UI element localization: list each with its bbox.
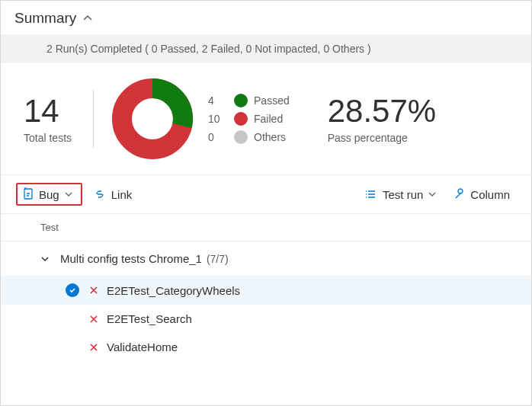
swatch-gray-icon [234, 130, 248, 144]
test-name: ValidateHome [107, 340, 178, 353]
bug-icon [22, 187, 34, 201]
link-icon [93, 189, 107, 200]
fail-icon [88, 285, 99, 296]
legend-failed-label: Failed [254, 113, 283, 125]
total-tests-block: 14 Total tests [24, 94, 93, 144]
pass-percentage-label: Pass percentage [328, 132, 436, 144]
test-row[interactable]: E2ETest_CategoryWheels [1, 276, 531, 305]
toolbar: Bug Link Test run Column [1, 174, 531, 214]
legend-others-label: Others [254, 131, 286, 143]
fail-icon [88, 342, 99, 353]
legend-failed-count: 10 [208, 113, 228, 125]
legend-passed-label: Passed [254, 94, 290, 107]
bug-label: Bug [39, 188, 59, 201]
chevron-down-icon [40, 254, 50, 264]
link-label: Link [111, 188, 133, 201]
chevron-down-icon [64, 190, 73, 199]
total-tests-label: Total tests [24, 132, 72, 144]
group-name: Multi config tests Chrome_1 [60, 252, 202, 265]
legend-others: 0 Others [208, 130, 290, 144]
legend-passed: 4 Passed [208, 94, 290, 107]
stats-panel: 14 Total tests 4 Passed 10 Failed 0 Othe… [1, 63, 531, 174]
test-name: E2ETest_CategoryWheels [107, 284, 240, 297]
swatch-red-icon [234, 112, 248, 126]
summary-title: Summary [14, 10, 76, 27]
legend-passed-count: 4 [208, 94, 228, 107]
results-donut-chart [111, 77, 194, 161]
test-row[interactable]: E2ETest_Search [1, 305, 531, 333]
legend-others-count: 0 [208, 131, 228, 143]
pass-percentage-value: 28.57% [328, 94, 436, 129]
wrench-icon [453, 188, 466, 200]
test-run-button[interactable]: Test run [358, 185, 443, 204]
swatch-green-icon [234, 94, 248, 107]
bug-button[interactable]: Bug [16, 183, 82, 206]
total-tests-count: 14 [24, 94, 72, 129]
pass-percentage-block: 28.57% Pass percentage [328, 94, 436, 144]
list-icon [364, 189, 378, 200]
chevron-up-icon [82, 13, 93, 24]
link-button[interactable]: Link [87, 185, 139, 204]
column-header-test[interactable]: Test [1, 214, 531, 241]
legend-failed: 10 Failed [208, 112, 290, 126]
summary-header[interactable]: Summary [1, 1, 531, 34]
column-button[interactable]: Column [447, 185, 516, 204]
run-status-text: 2 Run(s) Completed ( 0 Passed, 2 Failed,… [1, 34, 531, 63]
chart-legend: 4 Passed 10 Failed 0 Others [208, 89, 290, 149]
fail-icon [88, 314, 99, 324]
selected-check-icon [66, 283, 79, 297]
column-label: Column [470, 188, 510, 201]
test-row[interactable]: ValidateHome [1, 333, 531, 361]
test-run-label: Test run [383, 188, 423, 201]
divider [93, 90, 94, 148]
test-name: E2ETest_Search [107, 312, 192, 325]
chevron-down-icon [428, 190, 437, 199]
test-group-row[interactable]: Multi config tests Chrome_1 (7/7) [1, 241, 531, 276]
group-count: (7/7) [207, 253, 229, 265]
